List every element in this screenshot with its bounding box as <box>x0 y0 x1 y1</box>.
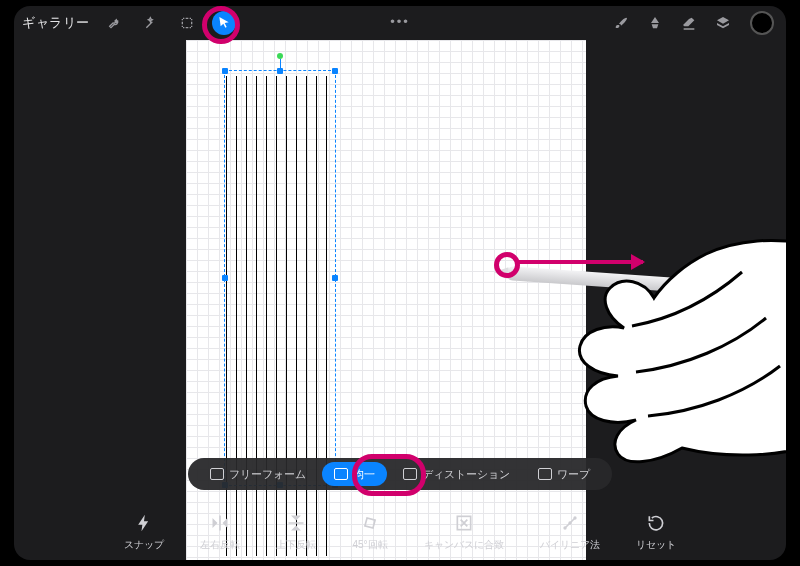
interpolation-icon <box>559 512 581 534</box>
action-flip-v[interactable]: 上下反転 <box>276 512 316 552</box>
action-bilinear[interactable]: バイリニア法 <box>540 512 600 552</box>
handle-lm[interactable] <box>222 275 228 281</box>
action-label: スナップ <box>124 538 164 552</box>
handle-tr[interactable] <box>332 68 338 74</box>
handle-tl[interactable] <box>222 68 228 74</box>
top-toolbar: ギャラリー ••• <box>14 6 786 40</box>
handle-tm[interactable] <box>277 68 283 74</box>
mode-icon <box>538 468 552 480</box>
transform-action-bar: スナップ 左右反転 上下反転 45°回転 キャンバスに合致 バイリニア法 リセッ… <box>14 512 786 552</box>
rotate-icon <box>359 512 381 534</box>
smudge-icon[interactable] <box>644 12 666 34</box>
action-fit[interactable]: キャンバスに合致 <box>424 512 504 552</box>
fit-icon <box>453 512 475 534</box>
action-label: キャンバスに合致 <box>424 538 504 552</box>
action-flip-h[interactable]: 左右反転 <box>200 512 240 552</box>
rotation-handle[interactable] <box>277 53 283 59</box>
action-rotate45[interactable]: 45°回転 <box>352 512 387 552</box>
more-icon[interactable]: ••• <box>390 14 410 29</box>
hand-illustration <box>536 206 786 466</box>
mode-icon <box>210 468 224 480</box>
svg-rect-0 <box>365 518 375 528</box>
mode-freeform[interactable]: フリーフォーム <box>198 462 318 486</box>
mode-uniform[interactable]: 均一 <box>322 462 387 486</box>
mode-label: フリーフォーム <box>229 467 306 482</box>
action-label: 左右反転 <box>200 538 240 552</box>
action-label: 上下反転 <box>276 538 316 552</box>
annotation-drag-arrow <box>517 260 643 264</box>
mode-icon <box>403 468 417 480</box>
reset-icon <box>645 512 667 534</box>
gallery-button[interactable]: ギャラリー <box>22 14 90 32</box>
right-tools <box>604 6 778 40</box>
mode-label: ディストーション <box>422 467 510 482</box>
handle-rm[interactable] <box>332 275 338 281</box>
eraser-icon[interactable] <box>678 12 700 34</box>
mode-label: ワープ <box>557 467 590 482</box>
action-label: バイリニア法 <box>540 538 600 552</box>
action-snap[interactable]: スナップ <box>124 512 164 552</box>
color-swatch[interactable] <box>750 11 774 35</box>
bolt-icon <box>133 512 155 534</box>
selection-icon[interactable] <box>176 12 198 34</box>
wand-icon[interactable] <box>140 12 162 34</box>
flip-v-icon <box>285 512 307 534</box>
transform-bbox[interactable] <box>224 70 336 486</box>
mode-distortion[interactable]: ディストーション <box>391 462 522 486</box>
action-reset[interactable]: リセット <box>636 512 676 552</box>
wrench-icon[interactable] <box>104 12 126 34</box>
mode-label: 均一 <box>353 467 375 482</box>
action-label: リセット <box>636 538 676 552</box>
mode-warp[interactable]: ワープ <box>526 462 602 486</box>
flip-h-icon <box>209 512 231 534</box>
layers-icon[interactable] <box>712 12 734 34</box>
transform-mode-bar: フリーフォーム 均一 ディストーション ワープ <box>188 458 612 490</box>
action-label: 45°回転 <box>352 538 387 552</box>
brush-icon[interactable] <box>610 12 632 34</box>
cursor-icon[interactable] <box>212 11 236 35</box>
mode-icon <box>334 468 348 480</box>
